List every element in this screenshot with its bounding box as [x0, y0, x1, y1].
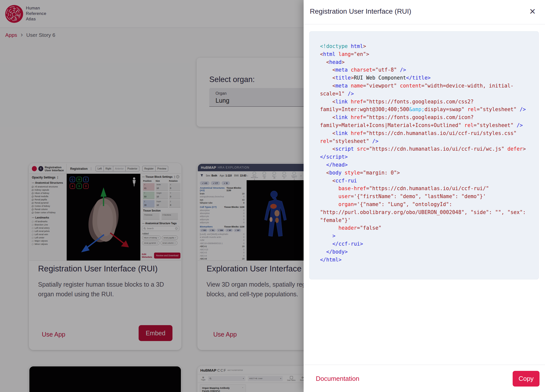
embed-panel-header: Registration User Interface (RUI) ×	[304, 0, 545, 24]
code-line: </ccf-rui>	[320, 240, 530, 248]
code-line: <title>RUI Web Component</title>	[320, 74, 530, 82]
embed-panel-footer: Documentation Copy	[304, 365, 545, 392]
code-line: >	[320, 232, 530, 240]
code-line: </html>	[320, 256, 530, 264]
code-line: <body style="margin: 0">	[320, 169, 530, 177]
code-line: <link href="https://fonts.googleapis.com…	[320, 114, 530, 122]
code-line: <link href="https://cdn.humanatlas.io/ui…	[320, 130, 530, 137]
code-line: <link href="https://fonts.googleapis.com…	[320, 98, 530, 106]
code-line: </head>	[320, 161, 530, 169]
code-line: rel="stylesheet" />	[320, 137, 530, 145]
code-line: <ccf-rui	[320, 177, 530, 185]
code-line: family=Inter:wght@300;400;500&amp;displa…	[320, 106, 530, 114]
code-line: family=Material+Icons|Material+Icons+Out…	[320, 122, 530, 130]
embed-panel-title: Registration User Interface (RUI)	[310, 7, 411, 15]
code-line: base-href="https://cdn.humanatlas.io/ui/…	[320, 185, 530, 193]
code-line: organ='{"name": "Lung", "ontologyId":	[320, 201, 530, 209]
close-icon[interactable]: ×	[529, 5, 536, 17]
code-line: <meta name="viewport" content="width=dev…	[320, 82, 530, 90]
code-line: <meta charset="utf-8" />	[320, 66, 530, 74]
code-line: "female"}'	[320, 217, 530, 224]
embed-panel: Registration User Interface (RUI) × <!do…	[304, 0, 545, 392]
code-line: <!doctype html>	[320, 43, 530, 50]
code-line: user='{"firstName": "demo", "lastName": …	[320, 193, 530, 201]
code-line: scale=1" />	[320, 90, 530, 98]
code-line: "http://purl.obolibrary.org/obo/UBERON_0…	[320, 209, 530, 217]
code-line: </body>	[320, 248, 530, 256]
code-line: <head>	[320, 58, 530, 66]
embed-code-block: <!doctype html><html lang="en"> <head> <…	[309, 31, 539, 279]
documentation-link[interactable]: Documentation	[316, 375, 359, 383]
code-line: header="false"	[320, 224, 530, 232]
code-line: <html lang="en">	[320, 50, 530, 58]
code-line: <script src="https://cdn.humanatlas.io/u…	[320, 145, 530, 153]
copy-button[interactable]: Copy	[513, 371, 540, 387]
code-line: </script>	[320, 153, 530, 161]
